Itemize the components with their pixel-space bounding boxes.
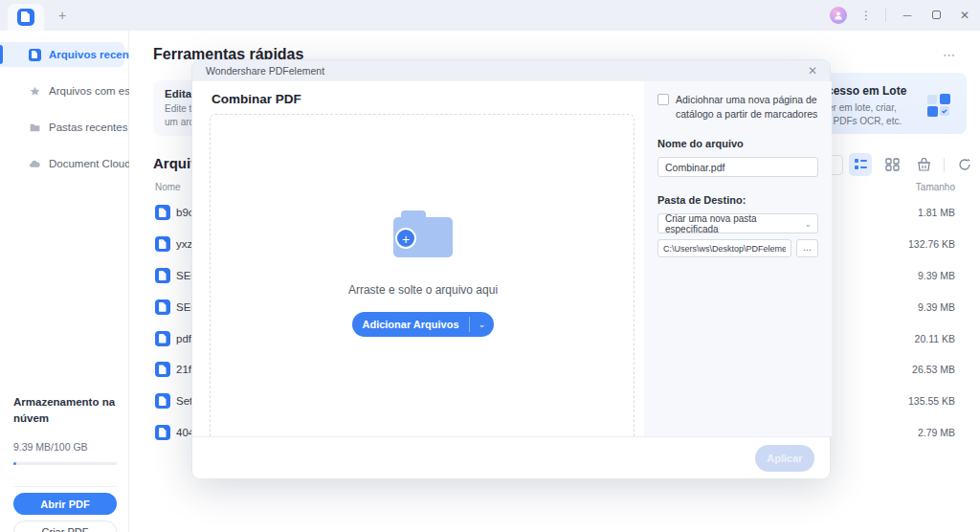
refresh-button[interactable]	[953, 153, 976, 176]
dialog-title: Wondershare PDFelement	[206, 65, 324, 77]
cloud-icon	[29, 158, 41, 170]
dialog-close-icon[interactable]: ✕	[805, 63, 820, 78]
file-name: yxz	[176, 238, 192, 250]
pdf-file-icon	[155, 205, 170, 220]
pdfelement-logo-icon	[17, 9, 34, 26]
pdf-file-icon	[155, 236, 170, 252]
storage-title: Armazenamento na núvem	[13, 394, 119, 428]
close-button[interactable]: ✕	[957, 8, 972, 23]
plus-badge-icon: +	[395, 228, 416, 249]
storage-usage: 9.39 MB/100 GB	[13, 441, 119, 453]
sidebar-item-document-cloud[interactable]: Document Cloud	[0, 151, 124, 176]
filename-input[interactable]	[657, 157, 818, 177]
size-column-header: Tamanho	[916, 182, 955, 192]
open-pdf-button[interactable]: Abrir PDF	[13, 493, 117, 515]
sidebar-item-starred-files[interactable]: Arquivos com estrela	[0, 78, 124, 103]
storage-progress-bar	[13, 462, 117, 465]
file-name: 21f	[176, 364, 191, 375]
pdf-file-icon	[155, 393, 170, 409]
cloud-storage-section: Armazenamento na núvem 9.39 MB/100 GB	[13, 394, 119, 465]
dialog-titlebar: Wondershare PDFelement ✕	[192, 60, 830, 81]
file-dropzone[interactable]: + Arraste e solte o arquivo aqui Adicion…	[210, 114, 635, 443]
create-pdf-button[interactable]: Criar PDF	[13, 521, 117, 532]
file-size: 20.11 KB	[915, 333, 955, 344]
file-size: 135.55 KB	[908, 395, 955, 407]
apply-button[interactable]: Aplicar	[755, 445, 814, 472]
pdf-file-icon	[155, 299, 170, 315]
file-size: 9.39 MB	[918, 270, 955, 281]
name-column-header: Nome	[155, 182, 181, 192]
dialog-heading: Combinar PDF	[212, 92, 301, 106]
view-toolbar	[849, 153, 976, 176]
add-files-button[interactable]: Adicionar Arquivos	[352, 319, 469, 330]
titlebar-divider	[885, 9, 886, 22]
user-avatar[interactable]	[830, 7, 847, 24]
combine-pdf-dialog: Wondershare PDFelement ✕ Combinar PDF + …	[191, 59, 831, 478]
chevron-down-icon[interactable]: ⌄	[469, 317, 494, 332]
pdf-file-icon	[155, 425, 170, 440]
recent-files-icon	[29, 49, 41, 61]
person-icon	[834, 11, 843, 20]
new-tab-button[interactable]: +	[54, 7, 71, 24]
file-size: 132.76 KB	[908, 238, 955, 250]
more-options-icon[interactable]: ⋯	[943, 48, 956, 62]
file-size: 1.81 MB	[918, 207, 955, 218]
sidebar-separator	[13, 486, 117, 487]
folder-icon	[29, 122, 41, 134]
sidebar-item-label: Pastas recentes	[49, 122, 127, 133]
batch-squares-icon	[926, 94, 951, 117]
sidebar-item-recent-files[interactable]: Arquivos recentes	[0, 42, 124, 67]
sidebar-item-recent-folders[interactable]: Pastas recentes	[0, 115, 124, 140]
destination-label: Pasta de Destino:	[657, 194, 818, 206]
browse-button[interactable]: ...	[796, 239, 818, 257]
selected-option: Criar uma nova pasta especificada	[665, 213, 811, 234]
list-view-button[interactable]	[849, 153, 872, 176]
pdf-file-icon	[155, 268, 170, 283]
file-name: Set	[176, 395, 192, 407]
menu-dots-icon[interactable]: ⋮	[860, 9, 872, 22]
dialog-options-panel: Adiciohnar uma nova página de catálogo a…	[644, 81, 832, 436]
window-titlebar: + ⋮ ─ ✕	[0, 0, 980, 31]
checkbox-label: Adiciohnar uma nova página de catálogo a…	[676, 93, 818, 121]
grid-view-button[interactable]	[880, 153, 903, 176]
filename-label: Nome do arquivo	[657, 138, 818, 149]
destination-path-input[interactable]	[657, 239, 791, 257]
star-icon	[29, 85, 41, 98]
file-size: 9.39 MB	[918, 301, 955, 313]
sidebar-item-label: Document Cloud	[49, 158, 131, 169]
file-name: pdf	[176, 333, 191, 344]
dropzone-text: Arraste e solte o arquivo aqui	[211, 283, 635, 297]
pdf-file-icon	[155, 362, 170, 377]
app-tab[interactable]	[8, 4, 44, 31]
minimize-button[interactable]: ─	[900, 8, 915, 23]
sidebar: Arquivos recentes Arquivos com estrela P…	[0, 31, 129, 532]
add-folder-icon: +	[393, 211, 453, 258]
trash-button[interactable]	[912, 153, 935, 176]
destination-folder-select[interactable]: Criar uma nova pasta especificada ⌄	[657, 213, 818, 233]
maximize-icon	[932, 11, 941, 19]
file-size: 26.53 MB	[912, 364, 955, 375]
file-size: 2.79 MB	[918, 427, 955, 438]
add-files-split-button[interactable]: Adicionar Arquivos ⌄	[352, 312, 494, 337]
toolbar-divider	[944, 158, 945, 172]
catalog-page-checkbox[interactable]	[657, 94, 669, 105]
chevron-down-icon: ⌄	[804, 219, 812, 229]
dialog-footer: Aplicar	[192, 436, 830, 478]
maximize-button[interactable]	[928, 8, 944, 23]
pdf-file-icon	[155, 331, 170, 346]
